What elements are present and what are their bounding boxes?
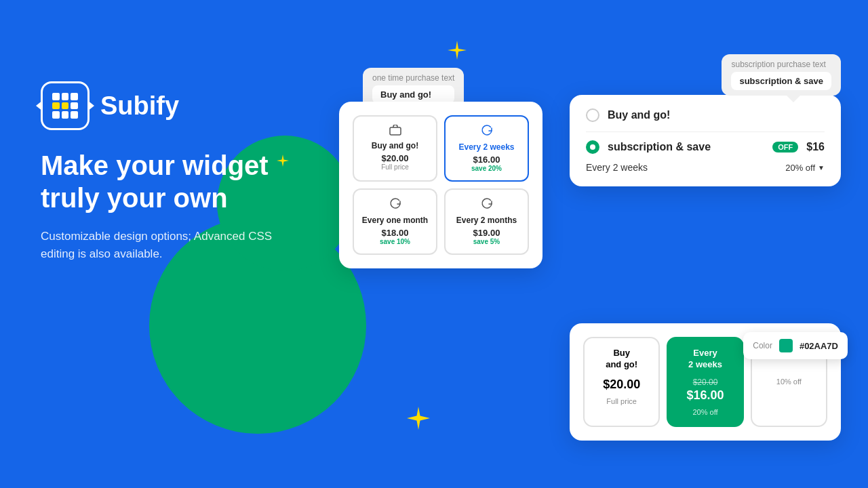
- sparkle-bottom: [407, 407, 430, 432]
- card-label-1: Buyand go!: [590, 348, 653, 371]
- subscription-bubble-button: subscription & save: [731, 72, 831, 90]
- option-price-1: $20.00: [361, 153, 429, 163]
- radio-circle-sub: [586, 140, 599, 154]
- option-price-3: $18.00: [361, 228, 429, 238]
- color-popup: Color #02AA7D: [743, 332, 848, 359]
- main-heading: Make your widget truly your own: [41, 149, 298, 214]
- option-sub-2: save 20%: [452, 165, 521, 172]
- option-grid: Buy and go! $20.00 Full price Every 2 we…: [353, 115, 529, 255]
- logo-dot-1: [52, 93, 60, 100]
- logo-dot-2: [62, 93, 69, 100]
- logo-arrow-left: [36, 100, 43, 111]
- option-buy-and-go[interactable]: Buy and go! $20.00 Full price: [353, 115, 437, 182]
- logo-dot-4: [52, 102, 60, 110]
- logo-dot-7: [52, 111, 60, 119]
- logo-dot-9: [71, 111, 78, 119]
- sparkle-mid-left: [277, 155, 289, 169]
- widget-card2: Buy and go! subscription & save OFF $16 …: [570, 95, 841, 186]
- option-price-4: $19.00: [452, 228, 521, 238]
- card-label-2: Every2 weeks: [673, 348, 736, 371]
- logo-dot-6: [71, 102, 78, 110]
- purchase-bubble-label: one time purchase text: [372, 73, 454, 83]
- card-sub-3: 10% off: [757, 378, 821, 386]
- left-section: Subify Make your widget truly your own C…: [41, 81, 298, 262]
- freq-row[interactable]: Every 2 weeks 20% off ▼: [586, 162, 825, 173]
- refresh-icon-3: [452, 198, 521, 213]
- option-sub-3: save 10%: [361, 238, 429, 245]
- radio-circle-buy: [586, 108, 599, 122]
- off-badge: OFF: [772, 142, 798, 152]
- refresh-icon-1: [452, 125, 521, 140]
- buy-icon: [361, 125, 429, 138]
- brand-name: Subify: [100, 92, 179, 121]
- logo-grid: [52, 93, 78, 119]
- option-every-one-month[interactable]: Every one month $18.00 save 10%: [353, 188, 437, 255]
- option-price-2: $16.00: [452, 155, 521, 165]
- radio-label-buy: Buy and go!: [608, 109, 825, 121]
- divider: [586, 131, 825, 132]
- option-label-1: Buy and go!: [361, 141, 429, 150]
- card-price-2: $16.00: [673, 388, 736, 403]
- dropdown-arrow-icon: ▼: [818, 164, 825, 171]
- purchase-bubble-button: Buy and go!: [372, 85, 454, 104]
- card-sub-1: Full price: [590, 397, 653, 405]
- widget-card3: Buyand go! $20.00 Full price Every2 week…: [570, 323, 841, 441]
- sparkle-top: [448, 41, 467, 62]
- radio-label-sub: subscription & save: [608, 141, 767, 153]
- logo-dot-8: [62, 111, 69, 119]
- logo-arrow-right: [87, 100, 94, 111]
- card-every-2-weeks[interactable]: Every2 weeks $20.00 $16.00 20% off: [667, 337, 743, 427]
- option-label-2: Every 2 weeks: [452, 142, 521, 152]
- option-every-2-weeks[interactable]: Every 2 weeks $16.00 save 20%: [444, 115, 529, 182]
- logo-area: Subify: [41, 81, 298, 130]
- radio-price: $16: [806, 141, 825, 153]
- card-buy-go[interactable]: Buyand go! $20.00 Full price: [583, 337, 660, 427]
- freq-discount-text: 20% off: [785, 163, 815, 173]
- svg-marker-0: [448, 41, 467, 60]
- logo-dot-5: [62, 102, 69, 110]
- subscription-bubble-label: subscription purchase text: [731, 60, 825, 69]
- widget-card1: Buy and go! $20.00 Full price Every 2 we…: [339, 102, 542, 268]
- option-label-3: Every one month: [361, 216, 429, 225]
- svg-marker-1: [277, 155, 289, 167]
- card-price-1: $20.00: [590, 378, 653, 392]
- svg-marker-2: [407, 407, 430, 430]
- freq-label: Every 2 weeks: [586, 162, 648, 173]
- option-label-4: Every 2 months: [452, 216, 521, 225]
- card-old-price-2: $20.00: [673, 378, 736, 387]
- sub-text: Customizable design options; Advanced CS…: [41, 228, 298, 262]
- subscription-bubble: subscription purchase text subscription …: [722, 54, 841, 96]
- color-swatch[interactable]: [779, 339, 793, 352]
- option-every-2-months[interactable]: Every 2 months $19.00 save 5%: [444, 188, 529, 255]
- option-sub-4: save 5%: [452, 238, 521, 245]
- logo-dot-3: [71, 93, 78, 100]
- option-sub-1: Full price: [361, 163, 429, 171]
- color-hex: #02AA7D: [800, 341, 838, 351]
- color-popup-label: Color: [753, 341, 772, 350]
- freq-discount: 20% off ▼: [785, 163, 825, 173]
- panels-area: one time purchase text Buy and go! subsc…: [326, 27, 841, 461]
- radio-row-buy[interactable]: Buy and go!: [586, 108, 825, 122]
- logo-box: [41, 81, 90, 130]
- svg-rect-3: [390, 127, 401, 135]
- card-sub-2: 20% off: [673, 408, 736, 416]
- radio-row-sub[interactable]: subscription & save OFF $16: [586, 140, 825, 154]
- refresh-icon-2: [361, 198, 429, 213]
